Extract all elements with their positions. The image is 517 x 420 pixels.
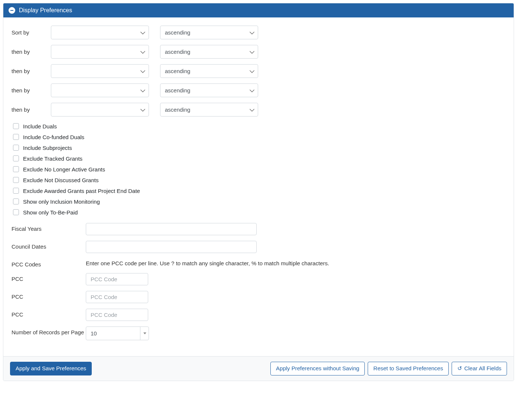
pcc-input-1[interactable]	[86, 291, 148, 303]
sort-label: then by	[12, 106, 51, 113]
checkbox-row: Show only Inclusion Monitoring	[12, 197, 505, 206]
sort-field-select[interactable]	[51, 26, 149, 39]
apply-without-saving-label: Apply Preferences without Saving	[276, 365, 359, 372]
apply-without-saving-button[interactable]: Apply Preferences without Saving	[270, 362, 365, 375]
footer-right-group: Apply Preferences without Saving Reset t…	[270, 362, 507, 375]
sort-order-wrap: ascending	[160, 26, 258, 39]
sort-field-select[interactable]	[51, 103, 149, 117]
checkbox-row: Include Subprojects	[12, 144, 505, 152]
sort-order-select[interactable]: ascending	[160, 83, 258, 97]
exclude-not-discussed-checkbox[interactable]	[13, 177, 19, 183]
panel-body: Sort by ascending then by ascending	[3, 17, 514, 356]
include-duals-checkbox[interactable]	[13, 123, 19, 129]
show-only-inclusion-monitoring-checkbox[interactable]	[13, 198, 19, 204]
sort-order-select[interactable]: ascending	[160, 64, 258, 78]
records-per-page-wrap: 10	[86, 327, 149, 340]
reset-to-saved-button[interactable]: Reset to Saved Preferences	[368, 362, 449, 375]
sort-row-0: Sort by ascending	[12, 26, 505, 39]
pcc-label: PCC	[12, 309, 86, 318]
sort-label: then by	[12, 87, 51, 93]
pcc-row-1: PCC	[12, 291, 505, 303]
collapse-icon[interactable]	[9, 7, 15, 14]
sort-field-wrap	[51, 26, 149, 39]
checkbox-label: Include Subprojects	[23, 145, 72, 151]
pcc-codes-label: PCC Codes	[12, 259, 86, 268]
panel-header[interactable]: Display Preferences	[3, 3, 514, 17]
svg-rect-0	[10, 10, 13, 11]
records-per-page-select[interactable]: 10	[86, 327, 149, 340]
undo-icon: ↻	[457, 365, 462, 372]
sort-row-1: then by ascending	[12, 45, 505, 59]
checkbox-row: Exclude Not Discussed Grants	[12, 176, 505, 184]
reset-to-saved-label: Reset to Saved Preferences	[373, 365, 443, 372]
council-dates-row: Council Dates	[12, 241, 505, 253]
checkbox-label: Exclude No Longer Active Grants	[23, 166, 105, 173]
records-per-page-label: Number of Records per Page	[12, 327, 86, 335]
sort-order-wrap: ascending	[160, 64, 258, 78]
pcc-input-0[interactable]	[86, 273, 148, 285]
show-only-to-be-paid-checkbox[interactable]	[13, 209, 19, 215]
panel-title: Display Preferences	[19, 7, 72, 14]
pcc-input-2[interactable]	[86, 309, 148, 321]
checkbox-label: Exclude Awarded Grants past Project End …	[23, 188, 140, 194]
checkbox-row: Exclude No Longer Active Grants	[12, 165, 505, 173]
checkbox-label: Show only To-Be-Paid	[23, 209, 78, 216]
pcc-row-2: PCC	[12, 309, 505, 321]
sort-field-wrap	[51, 45, 149, 59]
checkbox-label: Include Co-funded Duals	[23, 134, 84, 140]
apply-and-save-label: Apply and Save Preferences	[16, 365, 86, 372]
sort-field-wrap	[51, 64, 149, 78]
pcc-codes-instructions: Enter one PCC code per line. Use ? to ma…	[86, 259, 329, 266]
sort-order-wrap: ascending	[160, 83, 258, 97]
sort-row-2: then by ascending	[12, 64, 505, 78]
sort-label: Sort by	[12, 29, 51, 36]
sort-order-select[interactable]: ascending	[160, 103, 258, 117]
sort-field-wrap	[51, 83, 149, 97]
sort-label: then by	[12, 68, 51, 74]
checkbox-label: Include Duals	[23, 123, 57, 129]
fiscal-years-row: Fiscal Years	[12, 223, 505, 235]
display-preferences-panel: Display Preferences Sort by ascending th…	[3, 3, 514, 381]
fiscal-years-input[interactable]	[86, 223, 257, 235]
pcc-label: PCC	[12, 291, 86, 300]
clear-all-fields-button[interactable]: ↻ Clear All Fields	[452, 362, 507, 375]
clear-all-fields-label: Clear All Fields	[464, 365, 501, 372]
sort-field-select[interactable]	[51, 83, 149, 97]
records-per-page-row: Number of Records per Page 10	[12, 327, 505, 340]
fiscal-years-label: Fiscal Years	[12, 223, 86, 232]
apply-and-save-button[interactable]: Apply and Save Preferences	[10, 362, 92, 375]
checkbox-list: Include Duals Include Co-funded Duals In…	[12, 122, 505, 216]
include-subprojects-checkbox[interactable]	[13, 145, 19, 151]
sort-order-select[interactable]: ascending	[160, 26, 258, 39]
sort-order-select[interactable]: ascending	[160, 45, 258, 59]
checkbox-row: Show only To-Be-Paid	[12, 208, 505, 216]
council-dates-label: Council Dates	[12, 241, 86, 250]
sort-field-select[interactable]	[51, 64, 149, 78]
exclude-tracked-grants-checkbox[interactable]	[13, 155, 19, 161]
sort-row-3: then by ascending	[12, 83, 505, 97]
checkbox-row: Include Duals	[12, 122, 505, 130]
sort-field-select[interactable]	[51, 45, 149, 59]
exclude-no-longer-active-checkbox[interactable]	[13, 166, 19, 172]
sort-label: then by	[12, 49, 51, 55]
council-dates-input[interactable]	[86, 241, 257, 253]
checkbox-row: Exclude Awarded Grants past Project End …	[12, 187, 505, 195]
checkbox-row: Exclude Tracked Grants	[12, 154, 505, 163]
checkbox-label: Exclude Tracked Grants	[23, 155, 82, 162]
include-cofunded-duals-checkbox[interactable]	[13, 134, 19, 140]
checkbox-label: Show only Inclusion Monitoring	[23, 198, 100, 205]
checkbox-label: Exclude Not Discussed Grants	[23, 177, 98, 183]
sort-order-wrap: ascending	[160, 45, 258, 59]
checkbox-row: Include Co-funded Duals	[12, 133, 505, 141]
exclude-awarded-past-end-checkbox[interactable]	[13, 188, 19, 194]
panel-footer: Apply and Save Preferences Apply Prefere…	[3, 356, 514, 381]
pcc-codes-row: PCC Codes Enter one PCC code per line. U…	[12, 259, 505, 268]
sort-row-4: then by ascending	[12, 103, 505, 117]
pcc-label: PCC	[12, 273, 86, 282]
sort-order-wrap: ascending	[160, 103, 258, 117]
sort-field-wrap	[51, 103, 149, 117]
pcc-row-0: PCC	[12, 273, 505, 285]
